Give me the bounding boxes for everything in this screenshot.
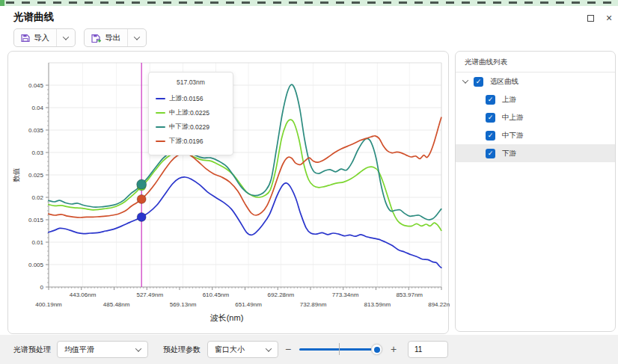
import-label: 导入 (34, 33, 49, 43)
checkbox-xiayou[interactable]: ✓ (486, 149, 495, 158)
series-swatch-shangyou (156, 98, 165, 99)
import-button[interactable]: 导入 (14, 29, 56, 46)
series-name: 上游 (169, 94, 182, 103)
close-button[interactable]: × (599, 9, 618, 27)
param-value: 窗口大小 (215, 345, 245, 355)
increase-button[interactable]: + (389, 343, 398, 355)
svg-text:485.48nm: 485.48nm (103, 301, 130, 308)
import-split-button: 导入 (13, 28, 76, 47)
check-icon: ✓ (488, 96, 494, 103)
series-name: 中上游 (169, 108, 189, 117)
tree-node-label: 选区曲线 (490, 77, 518, 87)
svg-text:波长(nm): 波长(nm) (210, 313, 244, 322)
tree-node-zhongshangyou[interactable]: ✓ 中上游 (456, 108, 615, 126)
chevron-down-icon (135, 345, 141, 351)
checkbox-shangyou[interactable]: ✓ (486, 95, 495, 105)
series-value: 0.0196 (183, 138, 203, 145)
tree-node-shangyou[interactable]: ✓ 上游 (456, 90, 615, 108)
window-size-input[interactable] (408, 341, 448, 358)
dialog-title: 光谱曲线 (13, 10, 54, 24)
cursor-marker-中下游 (137, 179, 147, 189)
expand-chevron-icon[interactable] (460, 79, 471, 84)
chevron-down-icon (134, 34, 140, 40)
chart-panel: 00.0050.010.0150.020.0250.030.0350.040.0… (7, 51, 449, 334)
series-value: 0.0229 (190, 123, 209, 131)
export-icon (91, 33, 102, 43)
series-swatch-zhongshangyou (156, 112, 165, 114)
decrease-button[interactable]: − (284, 343, 293, 355)
curve-下游 (49, 117, 441, 218)
check-icon: ✓ (476, 78, 482, 85)
tree-node-label: 上游 (502, 95, 516, 105)
tree-node-xiayou[interactable]: ✓ 下游 (456, 144, 615, 162)
param-select[interactable]: 窗口大小 (207, 341, 278, 358)
svg-text:0.02: 0.02 (31, 194, 43, 201)
import-dropdown-button[interactable] (56, 29, 75, 46)
svg-text:数值: 数值 (12, 168, 20, 182)
svg-text:0.01: 0.01 (31, 239, 43, 246)
svg-text:813.59nm: 813.59nm (364, 301, 391, 308)
svg-text:0.005: 0.005 (28, 262, 44, 268)
param-label: 预处理参数 (163, 345, 201, 355)
maximize-icon (587, 15, 594, 22)
tree-node-label: 下游 (502, 149, 516, 158)
tree-node-zhongxiayou[interactable]: ✓ 中下游 (456, 126, 615, 144)
slider-thumb[interactable] (371, 344, 382, 355)
preprocess-label: 光谱预处理 (13, 345, 51, 355)
svg-text:0.03: 0.03 (31, 149, 43, 156)
tooltip-row: 下游 : 0.0196 (156, 134, 226, 148)
chart-tooltip: 517.03nm 上游 : 0.0156 中上游 : 0.0225 中下游 : … (148, 72, 233, 155)
series-value: 0.0225 (190, 109, 209, 117)
tree-node-selection-curves[interactable]: ✓ 选区曲线 (456, 73, 615, 90)
preprocess-select[interactable]: 均值平滑 (57, 341, 148, 358)
export-label: 导出 (105, 33, 120, 43)
checkbox-selection-curves[interactable]: ✓ (474, 77, 483, 87)
curve-list-panel: 光谱曲线列表 ✓ 选区曲线 ✓ 上游 ✓ 中上游 ✓ 中下游 ✓ 下游 (455, 51, 616, 332)
series-name: 中下游 (169, 123, 189, 132)
svg-text:732.89nm: 732.89nm (300, 301, 327, 308)
chevron-down-icon (266, 345, 272, 351)
series-value: 0.0156 (183, 95, 203, 102)
svg-text:527.49nm: 527.49nm (136, 291, 163, 298)
series-swatch-zhongxiayou (156, 126, 165, 128)
close-icon: × (606, 12, 612, 24)
bottom-control-bar: 光谱预处理 均值平滑 预处理参数 窗口大小 − + (0, 335, 618, 364)
series-swatch-xiayou (156, 141, 165, 142)
window-size-slider[interactable] (299, 343, 380, 355)
maximize-button[interactable] (581, 9, 600, 27)
series-name: 下游 (169, 137, 182, 146)
svg-text:0: 0 (40, 284, 44, 291)
checkbox-zhongxiayou[interactable]: ✓ (486, 131, 495, 141)
tooltip-title: 517.03nm (156, 78, 226, 86)
plus-icon: + (391, 343, 397, 355)
svg-text:400.19nm: 400.19nm (35, 301, 62, 308)
preprocess-value: 均值平滑 (64, 345, 94, 355)
curve-list-header: 光谱曲线列表 (456, 52, 615, 73)
export-dropdown-button[interactable] (127, 29, 146, 46)
svg-text:0.015: 0.015 (28, 217, 44, 223)
check-icon: ✓ (488, 132, 494, 139)
export-button[interactable]: 导出 (85, 29, 127, 46)
chevron-down-icon (63, 34, 69, 40)
spectral-curve-dialog: 光谱曲线 × 导入 导出 (0, 6, 618, 364)
svg-text:0.025: 0.025 (28, 172, 44, 179)
checkbox-zhongshangyou[interactable]: ✓ (486, 113, 495, 123)
svg-text:610.45nm: 610.45nm (203, 291, 230, 298)
svg-text:894.22nm: 894.22nm (428, 301, 450, 308)
slider-track[interactable] (299, 348, 380, 351)
slider-midpoint-tick (339, 343, 340, 355)
tree-node-label: 中上游 (502, 113, 524, 123)
minus-icon: − (285, 343, 291, 355)
tooltip-row: 中上游 : 0.0225 (156, 105, 226, 120)
check-icon: ✓ (488, 149, 494, 157)
svg-text:853.97nm: 853.97nm (396, 291, 423, 298)
tree-node-label: 中下游 (502, 131, 524, 141)
background-window-strip (0, 0, 618, 6)
svg-text:692.28nm: 692.28nm (268, 291, 295, 298)
tooltip-row: 中下游 : 0.0229 (156, 120, 226, 134)
svg-text:569.13nm: 569.13nm (170, 301, 197, 308)
import-icon (20, 33, 31, 43)
svg-text:0.04: 0.04 (31, 105, 43, 111)
svg-text:0.045: 0.045 (28, 82, 44, 89)
cursor-marker-下游 (137, 194, 146, 203)
